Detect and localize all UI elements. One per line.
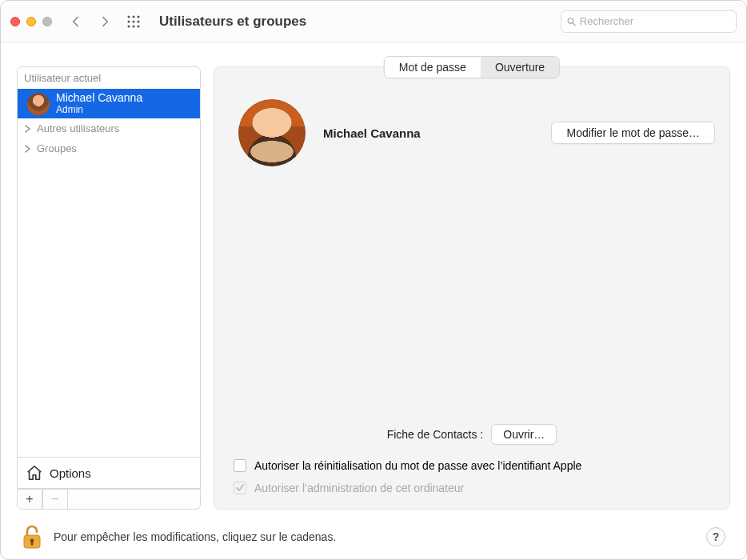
sidebar-footer: + − <box>17 489 201 510</box>
sidebar-current-user[interactable]: Michael Cavanna Admin <box>18 89 200 118</box>
lock-row: Pour empêcher les modifications, cliquez… <box>17 510 730 550</box>
add-user-button[interactable]: + <box>17 489 42 510</box>
tab-bar: Mot de passe Ouverture <box>384 56 560 78</box>
home-icon <box>26 464 43 482</box>
svg-line-10 <box>573 22 575 25</box>
forward-button[interactable] <box>94 10 116 33</box>
svg-point-9 <box>568 18 573 22</box>
svg-point-7 <box>133 25 135 27</box>
tab-password[interactable]: Mot de passe <box>385 57 481 78</box>
svg-point-4 <box>133 20 135 22</box>
svg-point-3 <box>128 20 130 22</box>
sidebar-user-name: Michael Cavanna <box>56 92 142 104</box>
sidebar-options-button[interactable]: Options <box>18 457 200 488</box>
chevron-right-icon <box>24 125 32 133</box>
chevron-right-icon <box>24 145 32 153</box>
sidebar-item-label: Autres utilisateurs <box>37 122 119 134</box>
sidebar-item-label: Groupes <box>37 142 77 154</box>
zoom-window-button <box>42 17 52 26</box>
allow-password-reset-label: Autoriser la réinitialisation du mot de … <box>254 459 581 472</box>
avatar[interactable] <box>238 99 306 166</box>
allow-admin-checkbox <box>234 482 246 494</box>
sidebar-section-current-user: Utilisateur actuel <box>18 67 200 89</box>
sidebar: Utilisateur actuel Michael Cavanna Admin… <box>17 66 201 510</box>
user-display-name: Michael Cavanna <box>323 126 421 140</box>
titlebar: Utilisateurs et groupes <box>1 1 746 42</box>
change-password-button[interactable]: Modifier le mot de passe… <box>551 122 715 144</box>
user-header-row: Michael Cavanna Modifier le mot de passe… <box>229 99 715 166</box>
show-all-prefs-button[interactable] <box>122 10 145 33</box>
search-field[interactable] <box>561 10 737 33</box>
svg-point-8 <box>138 25 140 27</box>
svg-point-0 <box>128 15 130 18</box>
chevron-left-icon <box>70 15 82 28</box>
allow-password-reset-row[interactable]: Autoriser la réinitialisation du mot de … <box>229 459 715 472</box>
contacts-row: Fiche de Contacts : Ouvrir… <box>229 424 715 445</box>
tab-login-items[interactable]: Ouverture <box>481 57 559 78</box>
close-window-button[interactable] <box>10 17 20 26</box>
help-button[interactable]: ? <box>706 527 725 546</box>
grid-icon <box>126 14 141 29</box>
remove-user-button: − <box>42 489 68 510</box>
minimize-window-button[interactable] <box>26 17 36 26</box>
allow-password-reset-checkbox[interactable] <box>234 459 246 472</box>
window-controls <box>10 17 52 26</box>
svg-point-5 <box>138 20 140 22</box>
chevron-right-icon <box>98 15 111 28</box>
lock-message: Pour empêcher les modifications, cliquez… <box>54 530 695 543</box>
lock-icon[interactable] <box>22 524 42 550</box>
contacts-label: Fiche de Contacts : <box>387 428 484 441</box>
content-area: Utilisateur actuel Michael Cavanna Admin… <box>1 42 746 559</box>
users-groups-window: Utilisateurs et groupes Utilisateur actu… <box>0 0 747 560</box>
sidebar-user-role: Admin <box>56 104 142 115</box>
svg-point-2 <box>138 15 140 18</box>
svg-rect-14 <box>31 542 34 546</box>
main-panel: Mot de passe Ouverture Michael Cavanna M… <box>214 66 730 510</box>
back-button[interactable] <box>65 10 87 33</box>
search-icon <box>566 16 577 27</box>
allow-admin-label: Autoriser l’administration de cet ordina… <box>254 482 464 494</box>
svg-point-1 <box>133 15 135 18</box>
window-title: Utilisateurs et groupes <box>159 14 554 30</box>
sidebar-item-groups[interactable]: Groupes <box>18 138 200 158</box>
search-input[interactable] <box>580 15 731 27</box>
sidebar-item-other-users[interactable]: Autres utilisateurs <box>18 118 200 138</box>
allow-admin-row: Autoriser l’administration de cet ordina… <box>229 482 715 494</box>
open-contacts-button[interactable]: Ouvrir… <box>491 424 557 445</box>
check-icon <box>235 483 245 493</box>
svg-point-6 <box>128 25 130 27</box>
avatar-small <box>27 93 50 115</box>
sidebar-options-label: Options <box>50 466 91 480</box>
